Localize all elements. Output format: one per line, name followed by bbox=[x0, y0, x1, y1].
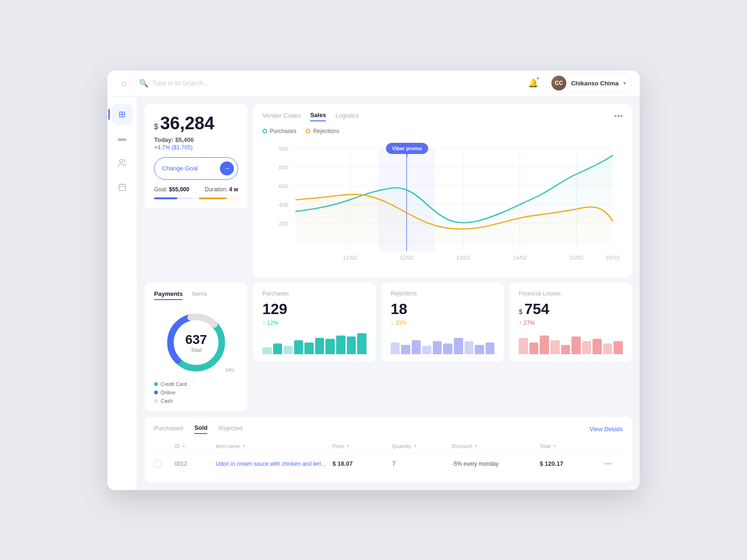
purchases-change-icon: ↑ bbox=[262, 320, 265, 326]
legend-rejections-label: Rejections bbox=[313, 128, 339, 134]
row-checkbox[interactable] bbox=[154, 460, 162, 468]
rejections-dot bbox=[306, 129, 310, 133]
tab-sold[interactable]: Sold bbox=[194, 424, 207, 434]
stat-value-losses: $ 754 bbox=[519, 301, 623, 318]
bar bbox=[325, 339, 335, 354]
duration-value: 4 w bbox=[229, 186, 238, 193]
col-id: ID ▼ bbox=[175, 443, 212, 449]
body-layout: ⊞ ▬ bbox=[107, 97, 640, 490]
col-discount-label: Discount bbox=[452, 443, 472, 449]
legend-purchases: Purchases bbox=[262, 128, 296, 134]
col-discount: Discount ▼ bbox=[452, 443, 536, 449]
svg-text:12/02: 12/02 bbox=[400, 255, 414, 260]
goal-value: $55,000 bbox=[169, 186, 189, 193]
losses-change-value: 27% bbox=[523, 320, 535, 326]
payments-card: Payments Items bbox=[145, 283, 247, 411]
sort-icon[interactable]: ▼ bbox=[242, 444, 246, 448]
top-row: $ 36,284 Today: $5,406 +4,7% ($1,705) Ch… bbox=[145, 104, 632, 277]
bar bbox=[582, 341, 592, 354]
table-tabs: Purchased Sold Rejected View Details bbox=[154, 424, 623, 434]
chart-card: Vendor Codes Sales Logistics ••• Purchas… bbox=[253, 104, 632, 277]
item-discount: -5% every monday bbox=[452, 461, 536, 467]
change-goal-button[interactable]: Change Goal → bbox=[154, 157, 238, 180]
sort-icon[interactable]: ▼ bbox=[413, 444, 417, 448]
tab-rejected[interactable]: Rejected bbox=[218, 425, 242, 434]
goal-amount: $ 36,284 bbox=[154, 113, 238, 133]
legend-credit-card: Credit Card bbox=[154, 381, 238, 387]
col-quantity-label: Quantity bbox=[392, 443, 411, 449]
col-total-label: Total bbox=[540, 443, 550, 449]
svg-text:15/02: 15/02 bbox=[570, 255, 584, 260]
rejections-change-icon: ↓ bbox=[391, 320, 394, 326]
tab-payments[interactable]: Payments bbox=[154, 290, 183, 300]
duration-progress-bar bbox=[199, 196, 238, 199]
bar bbox=[433, 341, 442, 354]
chevron-down-icon: ▾ bbox=[623, 80, 626, 86]
cash-dot bbox=[154, 399, 158, 403]
user-profile[interactable]: CC Chikanso Chima ▾ bbox=[549, 73, 632, 93]
goal-card: $ 36,284 Today: $5,406 +4,7% ($1,705) Ch… bbox=[145, 104, 247, 209]
user-name: Chikanso Chima bbox=[571, 80, 619, 87]
payments-tabs: Payments Items bbox=[154, 290, 238, 300]
sidebar-item-dashboard[interactable]: ⊞ bbox=[112, 104, 133, 125]
search-placeholder: Type in to Search... bbox=[152, 79, 209, 87]
bar bbox=[529, 343, 539, 354]
rejections-bars bbox=[391, 331, 495, 354]
bar bbox=[357, 333, 366, 354]
sidebar-item-cards[interactable]: ▬ bbox=[112, 128, 133, 149]
legend-cash: Cash bbox=[154, 398, 238, 404]
sort-icon[interactable]: ▼ bbox=[182, 444, 186, 448]
tab-purchased[interactable]: Purchased bbox=[154, 425, 183, 434]
col-price: Price ▼ bbox=[332, 443, 388, 449]
bar bbox=[422, 346, 431, 354]
chart-more-button[interactable]: ••• bbox=[614, 112, 623, 121]
row-more-button[interactable]: ••• bbox=[604, 460, 623, 468]
stat-label-purchases: Purchases bbox=[262, 290, 366, 297]
goal-info: Goal: $55,000 bbox=[154, 186, 189, 193]
goal-label: Goal: bbox=[154, 186, 168, 193]
notification-button[interactable]: 🔔 bbox=[525, 75, 542, 91]
donut-center: 637 Total bbox=[185, 332, 207, 353]
notification-dot bbox=[536, 77, 540, 80]
chart-tabs: Vendor Codes Sales Logistics ••• bbox=[262, 112, 623, 121]
legend-purchases-label: Purchases bbox=[270, 128, 296, 134]
tab-vendor-codes[interactable]: Vendor Codes bbox=[262, 112, 301, 121]
purchases-change: ↑ 12% bbox=[262, 320, 366, 326]
legend-online: Online bbox=[154, 390, 238, 395]
svg-text:400: 400 bbox=[279, 202, 288, 207]
svg-text:Viber promo: Viber promo bbox=[392, 146, 423, 151]
bar bbox=[561, 345, 571, 354]
stat-card-rejections: Rejections 18 ↓ 33% bbox=[381, 283, 504, 362]
tab-sales[interactable]: Sales bbox=[310, 112, 326, 121]
col-quantity: Quantity ▼ bbox=[392, 443, 448, 449]
credit-card-dot bbox=[154, 382, 158, 386]
svg-text:16/02: 16/02 bbox=[606, 255, 620, 260]
bar bbox=[391, 343, 400, 354]
sidebar-item-reports[interactable] bbox=[112, 177, 133, 197]
view-details-link[interactable]: View Details bbox=[590, 426, 623, 433]
col-price-label: Price bbox=[332, 443, 344, 449]
second-row: Payments Items bbox=[145, 283, 632, 411]
item-name[interactable]: Udon in cream sauce with chicken and ter… bbox=[216, 461, 329, 467]
sidebar-item-users[interactable] bbox=[112, 153, 133, 173]
bar bbox=[294, 340, 303, 354]
bar bbox=[550, 340, 560, 354]
stat-value-purchases: 129 bbox=[262, 301, 366, 318]
stats-row: Purchases 129 ↑ 12% bbox=[253, 283, 632, 362]
purchases-number: 129 bbox=[262, 301, 287, 318]
col-item-name: Item name ▼ bbox=[216, 443, 329, 449]
today-value: $5,406 bbox=[175, 136, 194, 143]
tab-items[interactable]: Items bbox=[192, 290, 207, 300]
header: ⌂ 🔍 Type in to Search... 🔔 CC Chikanso C… bbox=[107, 70, 640, 97]
tab-logistics[interactable]: Logistics bbox=[335, 112, 359, 121]
home-button[interactable]: ⌂ bbox=[115, 74, 134, 92]
table-row: 0012 Udon in cream sauce with chicken an… bbox=[154, 453, 623, 475]
bar bbox=[486, 343, 495, 354]
sort-icon[interactable]: ▼ bbox=[346, 444, 350, 448]
sort-icon[interactable]: ▼ bbox=[552, 444, 557, 448]
purchases-bars bbox=[262, 331, 366, 354]
sort-icon[interactable]: ▼ bbox=[474, 444, 478, 448]
table-section: Purchased Sold Rejected View Details ID … bbox=[145, 417, 632, 483]
cash-label: Cash bbox=[161, 398, 173, 404]
stat-value-rejections: 18 bbox=[391, 301, 495, 318]
